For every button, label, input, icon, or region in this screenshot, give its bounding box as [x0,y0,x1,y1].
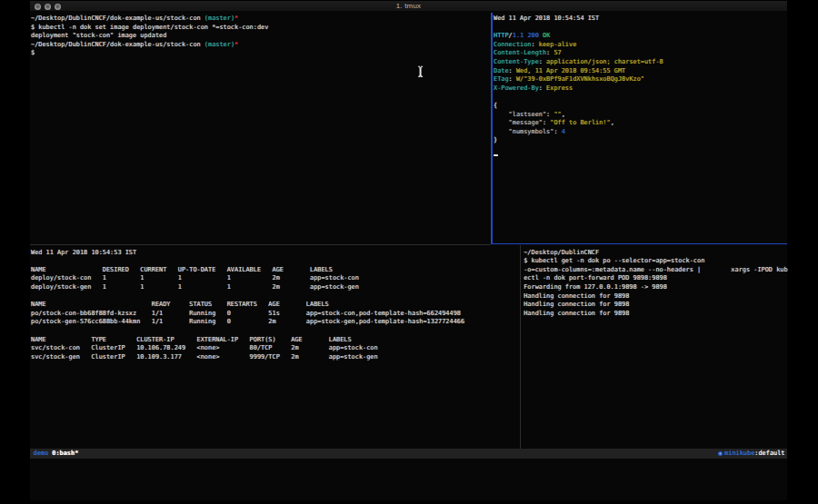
ibeam-mouse-pointer [417,65,424,78]
window-titlebar[interactable]: 1. tmux [30,1,787,12]
kube-context: minikube [724,450,754,457]
window-list-item[interactable]: 0:bash* [52,450,78,457]
window-title: 1. tmux [30,1,787,12]
status-left: demo 0:bash* [34,449,79,459]
terminal-cursor [494,154,498,157]
status-right: minikube:default [718,449,784,459]
tmux-pane-kubectl-watch[interactable]: Wed 11 Apr 2018 10:54:53 IST NAME DESIRE… [31,249,464,362]
terminal-window: 1. tmux ~/Desktop/DublinCNCF/dok-example… [30,1,787,500]
pane-border-vertical-top [491,13,492,244]
tmux-pane-shell-top-left[interactable]: ~/Desktop/DublinCNCF/dok-example-us/stoc… [31,15,268,58]
pane-border-horizontal-right [491,243,787,244]
tmux-pane-port-forward[interactable]: ~/Desktop/DublinCNCF $ kubectl get -n do… [524,249,787,319]
tmux-status-bar: demo 0:bash* minikube:default [30,449,787,459]
kube-namespace: :default [754,450,784,457]
session-name: demo [34,450,49,457]
pane-border-vertical-bottom [520,245,521,449]
kubernetes-icon [718,451,723,456]
pane-border-horizontal-left [30,244,491,245]
tmux-pane-http-response[interactable]: Wed 11 Apr 2018 10:54:54 IST HTTP/1.1 20… [494,15,663,145]
